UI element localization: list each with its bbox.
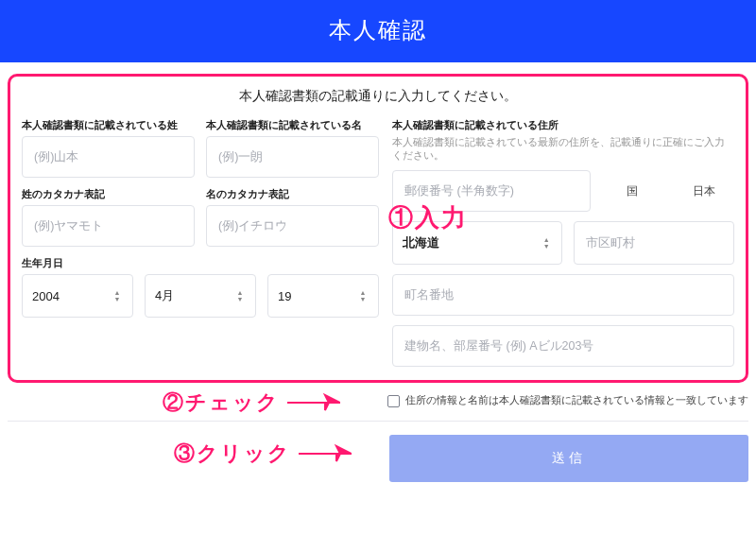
last-name-label: 本人確認書類に記載されている姓 (22, 118, 195, 132)
right-column: 本人確認書類に記載されている住所 本人確認書類に記載されている最新の住所を、記載… (392, 118, 734, 367)
country-value: 日本 (674, 183, 734, 199)
last-kana-input[interactable] (22, 205, 195, 247)
lower-area: 住所の情報と名前は本人確認書類に記載されている情報と一致しています 送信 ②チェ… (8, 392, 748, 482)
dob-month-value: 4月 (155, 287, 234, 304)
dob-month-select[interactable]: 4月 ▲▼ (145, 274, 256, 318)
address-label: 本人確認書類に記載されている住所 (392, 118, 734, 132)
first-kana-label: 名のカタカナ表記 (206, 187, 379, 201)
dob-day-select[interactable]: 19 ▲▼ (267, 274, 379, 318)
dob-year-select[interactable]: 2004 ▲▼ (22, 274, 133, 318)
street-input[interactable] (392, 274, 734, 316)
page-title: 本人確認 (329, 17, 427, 43)
stepper-icon: ▲▼ (112, 290, 123, 302)
stepper-icon: ▲▼ (541, 237, 552, 250)
stepper-icon: ▲▼ (357, 290, 369, 302)
submit-button[interactable]: 送信 (389, 435, 748, 482)
form-columns: 本人確認書類に記載されている姓 本人確認書類に記載されている名 姓のカタカナ表記… (22, 118, 734, 367)
last-name-input[interactable] (22, 136, 195, 178)
prefecture-value: 北海道 (403, 234, 541, 251)
first-name-input[interactable] (206, 136, 379, 178)
dob-label: 生年月日 (22, 256, 379, 270)
postal-input[interactable] (392, 170, 591, 212)
confirm-label: 住所の情報と名前は本人確認書類に記載されている情報と一致しています (405, 394, 748, 407)
instruction-text: 本人確認書類の記載通りに入力してください。 (22, 88, 734, 105)
address-note: 本人確認書類に記載されている最新の住所を、記載通りに正確にご入力ください。 (392, 136, 734, 163)
building-input[interactable] (392, 325, 734, 367)
last-kana-label: 姓のカタカナ表記 (22, 187, 195, 201)
prefecture-select[interactable]: 北海道 ▲▼ (392, 221, 562, 265)
country-label: 国 (602, 183, 662, 199)
first-kana-input[interactable] (206, 205, 379, 247)
confirm-row: 住所の情報と名前は本人確認書類に記載されている情報と一致しています (8, 392, 748, 422)
city-input[interactable] (574, 221, 734, 265)
form-box: 本人確認書類の記載通りに入力してください。 本人確認書類に記載されている姓 本人… (8, 74, 748, 383)
dob-day-value: 19 (278, 289, 357, 303)
left-column: 本人確認書類に記載されている姓 本人確認書類に記載されている名 姓のカタカナ表記… (22, 118, 379, 367)
first-name-label: 本人確認書類に記載されている名 (206, 118, 379, 132)
dob-year-value: 2004 (32, 289, 112, 303)
confirm-checkbox[interactable] (387, 395, 400, 407)
page-header: 本人確認 (0, 0, 756, 62)
stepper-icon: ▲▼ (234, 290, 246, 302)
